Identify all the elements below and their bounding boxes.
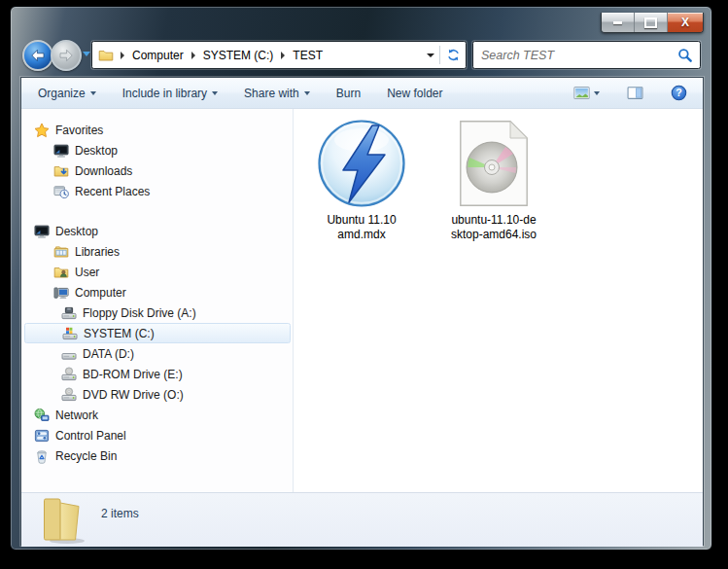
forward-button[interactable] (51, 40, 82, 71)
minimize-icon (613, 21, 622, 24)
forward-icon (58, 48, 74, 63)
sidebar-item-recycle-bin[interactable]: Recycle Bin (21, 445, 293, 466)
new-folder-button[interactable]: New folder (380, 83, 449, 104)
sidebar-item-label: Favorites (55, 124, 103, 137)
address-bar[interactable]: Computer SYSTEM (C:) TEST (91, 41, 467, 69)
breadcrumb-segment-computer[interactable]: Computer (131, 48, 185, 63)
navigation-pane: Favorites Desktop Downloads Recent Place… (21, 109, 293, 492)
burn-label: Burn (336, 87, 361, 100)
file-list: Ubuntu 11.10 amd.mdx ubuntu-11.10-de skt… (294, 109, 703, 492)
explorer-window: X Computer SYSTEM (C:) TEST Organize (10, 6, 712, 551)
burn-button[interactable]: Burn (329, 83, 367, 104)
sidebar-item-label: BD-ROM Drive (E:) (83, 368, 183, 381)
network-icon (34, 408, 50, 423)
address-dropdown-button[interactable] (422, 42, 439, 68)
optical-drive-icon (61, 367, 77, 382)
new-folder-label: New folder (387, 87, 442, 100)
search-input[interactable] (473, 49, 677, 62)
file-item-mdx[interactable]: Ubuntu 11.10 amd.mdx (310, 119, 413, 241)
organize-button[interactable]: Organize (31, 83, 103, 104)
maximize-icon (644, 18, 657, 28)
breadcrumb-segment-test[interactable]: TEST (292, 48, 324, 63)
sidebar-item-system-c[interactable]: SYSTEM (C:) (24, 323, 291, 343)
sidebar-item-label: Control Panel (55, 429, 126, 443)
floppy-drive-icon (61, 305, 77, 321)
chevron-down-icon (90, 91, 96, 95)
hard-drive-icon (61, 346, 77, 362)
recent-pages-chevron-icon[interactable] (83, 52, 90, 56)
close-icon: X (681, 17, 689, 28)
sidebar-item-label: SYSTEM (C:) (84, 327, 155, 340)
sidebar-item-downloads[interactable]: Downloads (21, 160, 293, 181)
computer-icon (53, 285, 69, 301)
chevron-down-icon (212, 91, 218, 95)
back-button[interactable] (22, 40, 53, 71)
preview-pane-icon (627, 85, 643, 101)
sidebar-item-label: Floppy Disk Drive (A:) (83, 306, 196, 320)
sidebar-item-control-panel[interactable]: Control Panel (21, 425, 293, 445)
breadcrumb-folder-icon (98, 48, 114, 63)
search-box (472, 41, 701, 69)
sidebar-item-label: Recycle Bin (55, 449, 117, 463)
sidebar-item-label: Computer (75, 286, 126, 300)
details-pane: 2 items (21, 492, 703, 547)
monitor-icon (34, 224, 50, 239)
sidebar-item-floppy-a[interactable]: Floppy Disk Drive (A:) (21, 302, 293, 323)
breadcrumb-segment-system-c[interactable]: SYSTEM (C:) (202, 48, 275, 63)
back-icon (30, 48, 46, 63)
refresh-icon (446, 48, 461, 62)
sidebar-item-libraries[interactable]: Libraries (21, 241, 293, 262)
breadcrumb-separator-icon (281, 52, 285, 59)
sidebar-item-computer[interactable]: Computer (21, 282, 293, 302)
sidebar-item-label: Network (55, 409, 98, 422)
sidebar-item-label: DATA (D:) (83, 347, 134, 361)
help-button[interactable] (667, 82, 691, 104)
sidebar-item-recent-places[interactable]: Recent Places (21, 181, 293, 201)
breadcrumb-separator-icon (121, 52, 124, 59)
libraries-icon (53, 244, 69, 260)
search-icon[interactable] (677, 48, 693, 63)
sidebar-item-desktop-root[interactable]: Desktop (21, 221, 293, 241)
close-button[interactable]: X (668, 13, 703, 32)
sidebar-item-favorites[interactable]: Favorites (21, 120, 293, 140)
system-drive-icon (62, 326, 78, 341)
sidebar-item-label: Desktop (55, 225, 98, 238)
sidebar-item-dvdrw-o[interactable]: DVD RW Drive (O:) (21, 384, 293, 405)
breadcrumb-separator-icon (191, 52, 195, 59)
sidebar-item-data-d[interactable]: DATA (D:) (21, 343, 293, 364)
chevron-down-icon (304, 91, 310, 95)
include-in-library-button[interactable]: Include in library (116, 83, 225, 104)
sidebar-item-label: Desktop (75, 144, 118, 158)
sidebar-item-bdrom-e[interactable]: BD-ROM Drive (E:) (21, 364, 293, 384)
sidebar-item-label: Recent Places (75, 185, 150, 198)
sidebar-item-user[interactable]: User (21, 262, 293, 282)
monitor-icon (53, 143, 69, 159)
sidebar-item-desktop[interactable]: Desktop (21, 140, 293, 160)
change-view-button[interactable] (570, 82, 604, 104)
file-name: Ubuntu 11.10 amd.mdx (327, 213, 396, 241)
minimize-button[interactable] (602, 13, 635, 32)
command-toolbar: Organize Include in library Share with B… (21, 78, 703, 109)
explorer-content: Organize Include in library Share with B… (20, 77, 704, 546)
refresh-button[interactable] (440, 42, 466, 68)
control-panel-icon (34, 428, 50, 444)
breadcrumb-dropdown-icon (427, 53, 434, 57)
maximize-button[interactable] (635, 13, 668, 32)
sidebar-item-label: DVD RW Drive (O:) (83, 388, 184, 402)
recent-places-icon (53, 184, 69, 199)
preview-pane-button[interactable] (623, 82, 647, 104)
sidebar-item-label: User (75, 266, 99, 279)
share-with-button[interactable]: Share with (237, 83, 317, 104)
recycle-bin-icon (34, 448, 50, 464)
file-name: ubuntu-11.10-de sktop-amd64.iso (451, 213, 537, 241)
views-icon (573, 85, 590, 101)
file-item-iso[interactable]: ubuntu-11.10-de sktop-amd64.iso (442, 119, 545, 241)
include-in-library-label: Include in library (122, 87, 207, 100)
share-with-label: Share with (244, 87, 299, 100)
organize-label: Organize (38, 87, 86, 100)
daemon-tools-mdx-icon (317, 119, 406, 208)
sidebar-item-network[interactable]: Network (21, 405, 293, 425)
main-area: Favorites Desktop Downloads Recent Place… (21, 109, 703, 492)
item-count: 2 items (101, 507, 139, 520)
star-icon (34, 123, 50, 138)
